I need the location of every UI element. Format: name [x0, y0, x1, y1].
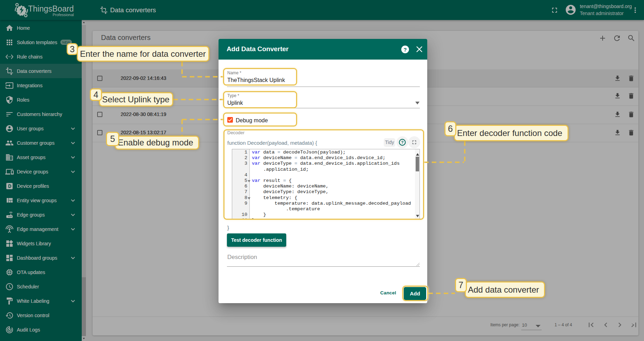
- svg-text:?: ?: [401, 140, 403, 144]
- svg-text:?: ?: [403, 47, 407, 53]
